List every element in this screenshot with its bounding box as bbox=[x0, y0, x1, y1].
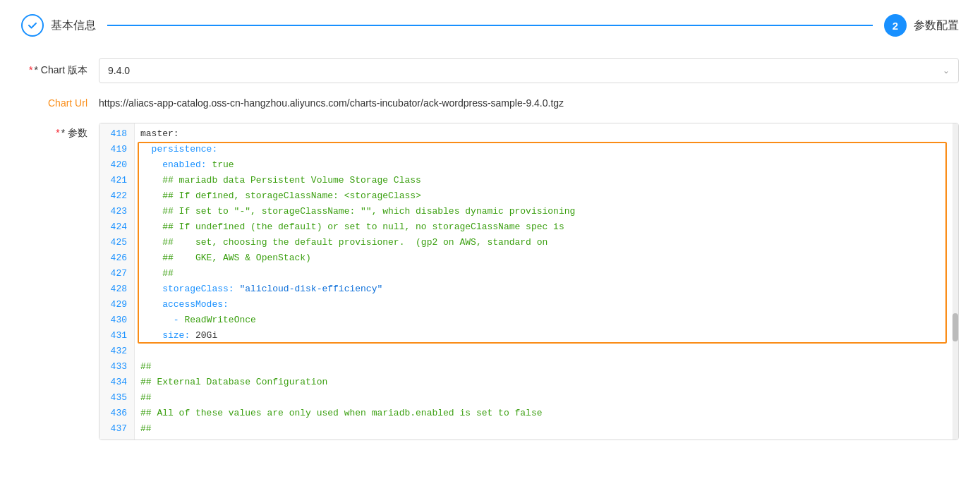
step-line bbox=[107, 25, 873, 26]
line-num: 432 bbox=[99, 344, 134, 359]
scrollbar-thumb[interactable] bbox=[952, 313, 958, 341]
line-num: 419 bbox=[99, 142, 134, 157]
chart-url-row: Chart Url https://aliacs-app-catalog.oss… bbox=[21, 97, 959, 109]
line-num: 427 bbox=[99, 266, 134, 281]
code-line: master: bbox=[140, 126, 952, 142]
chart-url-label: Chart Url bbox=[21, 97, 99, 109]
line-num: 421 bbox=[99, 173, 134, 188]
step1-label: 基本信息 bbox=[51, 18, 96, 33]
line-num: 423 bbox=[99, 204, 134, 219]
chart-version-select[interactable]: 9.4.0 ⌄ bbox=[99, 58, 959, 83]
line-num: 437 bbox=[99, 421, 134, 437]
code-line: ## If set to "-", storageClassName: "", … bbox=[140, 204, 952, 219]
code-line: ## If defined, storageClassName: <storag… bbox=[140, 188, 952, 204]
chart-version-row: ** Chart 版本 9.4.0 ⌄ bbox=[21, 58, 959, 83]
editor-outer: master: persistence: enabled: true ## ma… bbox=[135, 123, 958, 440]
code-line: storageClass: "alicloud-disk-efficiency" bbox=[140, 281, 952, 297]
line-num: 428 bbox=[99, 281, 134, 297]
line-num: 430 bbox=[99, 313, 134, 328]
code-line: ## bbox=[140, 266, 952, 281]
code-line: ## External Database Configuration bbox=[140, 375, 952, 390]
line-num: 420 bbox=[99, 157, 134, 173]
code-line: enabled: true bbox=[140, 157, 952, 173]
code-line: ## All of these values are only used whe… bbox=[140, 406, 952, 421]
line-num: 434 bbox=[99, 375, 134, 390]
code-editor-wrap: 4184194204214224234244254264274284294304… bbox=[99, 123, 959, 440]
page-container: 基本信息 2 参数配置 ** Chart 版本 9.4.0 ⌄ Chart Ur… bbox=[0, 0, 980, 503]
chevron-down-icon: ⌄ bbox=[943, 66, 950, 75]
step2-circle: 2 bbox=[884, 14, 907, 37]
code-line: size: 20Gi bbox=[140, 328, 952, 344]
chart-version-control: 9.4.0 ⌄ bbox=[99, 58, 959, 83]
line-num: 418 bbox=[99, 126, 134, 142]
code-line: ## bbox=[140, 421, 952, 437]
code-line: accessModes: bbox=[140, 297, 952, 313]
code-content[interactable]: master: persistence: enabled: true ## ma… bbox=[135, 123, 958, 440]
line-num: 431 bbox=[99, 328, 134, 344]
line-numbers: 4184194204214224234244254264274284294304… bbox=[99, 123, 135, 440]
params-label: ** 参数 bbox=[21, 123, 99, 140]
chart-version-label: ** Chart 版本 bbox=[21, 64, 99, 77]
line-num: 425 bbox=[99, 235, 134, 250]
step1: 基本信息 bbox=[21, 14, 96, 37]
params-row: ** 参数 4184194204214224234244254264274284… bbox=[21, 123, 959, 440]
code-line bbox=[140, 344, 952, 359]
code-line: - ReadWriteOnce bbox=[140, 313, 952, 328]
code-line: ## set, choosing the default provisioner… bbox=[140, 235, 952, 250]
code-line: ## bbox=[140, 390, 952, 406]
step-header: 基本信息 2 参数配置 bbox=[21, 14, 959, 37]
line-num: 433 bbox=[99, 359, 134, 375]
step2-label: 参数配置 bbox=[914, 18, 959, 33]
code-line: ## GKE, AWS & OpenStack) bbox=[140, 250, 952, 266]
line-num: 436 bbox=[99, 406, 134, 421]
line-num: 435 bbox=[99, 390, 134, 406]
scrollbar-track[interactable] bbox=[952, 123, 958, 440]
line-num: 422 bbox=[99, 188, 134, 204]
code-line: persistence: bbox=[140, 142, 952, 157]
line-num: 426 bbox=[99, 250, 134, 266]
step2: 2 参数配置 bbox=[884, 14, 959, 37]
chart-url-value: https://aliacs-app-catalog.oss-cn-hangzh… bbox=[99, 97, 959, 109]
line-num: 429 bbox=[99, 297, 134, 313]
line-num: 424 bbox=[99, 219, 134, 235]
code-line: ## mariadb data Persistent Volume Storag… bbox=[140, 173, 952, 188]
code-line: ## If undefined (the default) or set to … bbox=[140, 219, 952, 235]
code-line: ## bbox=[140, 359, 952, 375]
step1-circle bbox=[21, 14, 44, 37]
code-editor[interactable]: 4184194204214224234244254264274284294304… bbox=[99, 123, 959, 440]
